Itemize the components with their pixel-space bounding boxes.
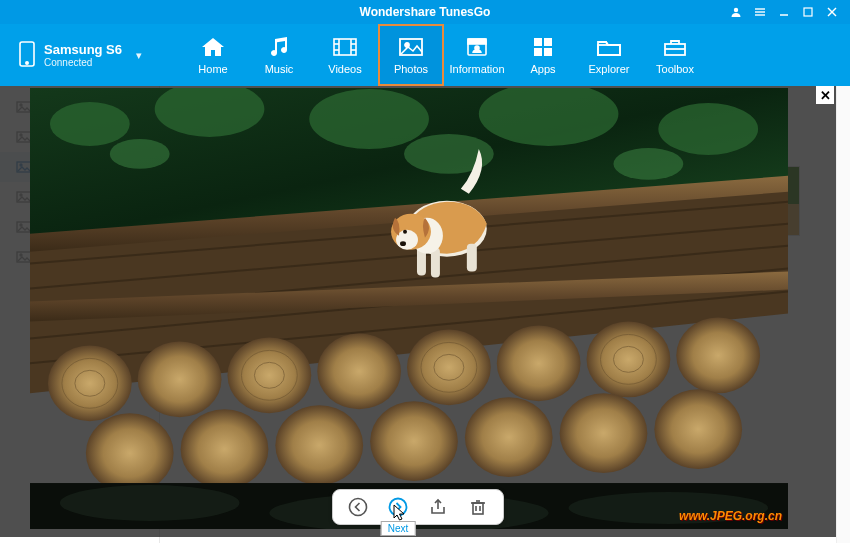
nav-home[interactable]: Home <box>180 24 246 86</box>
svg-rect-25 <box>544 48 552 56</box>
window-controls <box>730 6 850 18</box>
tooltip: Next <box>381 521 416 536</box>
user-icon[interactable] <box>730 6 742 18</box>
svg-point-93 <box>403 230 407 234</box>
svg-rect-97 <box>473 503 483 514</box>
nav-items: Home Music Videos Photos Information App… <box>180 24 708 86</box>
svg-point-71 <box>465 397 553 477</box>
device-status: Connected <box>44 57 122 68</box>
svg-point-94 <box>400 241 406 246</box>
svg-point-9 <box>26 62 28 64</box>
toolbox-icon <box>661 35 689 59</box>
svg-point-59 <box>48 345 132 421</box>
nav-label: Home <box>198 63 227 75</box>
nav-label: Photos <box>394 63 428 75</box>
minimize-button[interactable] <box>778 6 790 18</box>
top-nav: Samsung S6 Connected ▾ Home Music Videos… <box>0 24 850 86</box>
svg-point-67 <box>86 413 174 493</box>
svg-rect-87 <box>467 244 477 272</box>
svg-rect-23 <box>544 38 552 46</box>
svg-point-66 <box>676 317 760 393</box>
svg-point-72 <box>560 393 648 473</box>
svg-point-0 <box>734 8 738 12</box>
svg-point-63 <box>407 329 491 405</box>
svg-rect-24 <box>534 48 542 56</box>
nav-label: Videos <box>328 63 361 75</box>
svg-point-47 <box>658 103 758 155</box>
svg-point-64 <box>497 325 581 401</box>
svg-rect-20 <box>468 39 486 44</box>
svg-point-45 <box>309 89 429 149</box>
nav-information[interactable]: Information <box>444 24 510 86</box>
svg-point-73 <box>654 389 742 469</box>
svg-point-69 <box>275 405 363 485</box>
photos-icon <box>397 35 425 59</box>
app-title: Wondershare TunesGo <box>360 5 491 19</box>
image-watermark: www.JPEG.org.cn <box>679 509 782 523</box>
viewer-toolbar: Next <box>332 489 504 525</box>
svg-point-95 <box>350 499 367 516</box>
maximize-button[interactable] <box>802 6 814 18</box>
music-icon <box>265 35 293 59</box>
nav-label: Music <box>265 63 294 75</box>
svg-point-60 <box>138 341 222 417</box>
next-button[interactable]: Next <box>387 496 409 518</box>
nav-music[interactable]: Music <box>246 24 312 86</box>
svg-point-48 <box>110 139 170 169</box>
close-button[interactable] <box>826 6 838 18</box>
viewer-close-button[interactable]: ✕ <box>816 86 834 104</box>
svg-point-68 <box>181 409 269 489</box>
information-icon <box>463 35 491 59</box>
explorer-icon <box>595 35 623 59</box>
svg-point-43 <box>50 102 130 146</box>
svg-point-50 <box>613 148 683 180</box>
phone-icon <box>18 40 36 70</box>
share-button[interactable] <box>427 496 449 518</box>
nav-label: Information <box>449 63 504 75</box>
svg-rect-22 <box>534 38 542 46</box>
device-selector[interactable]: Samsung S6 Connected ▾ <box>10 24 160 86</box>
nav-label: Apps <box>530 63 555 75</box>
home-icon <box>199 35 227 59</box>
nav-explorer[interactable]: Explorer <box>576 24 642 86</box>
svg-rect-10 <box>334 39 356 55</box>
svg-point-70 <box>370 401 458 481</box>
scrollbar[interactable] <box>836 86 850 543</box>
nav-toolbox[interactable]: Toolbox <box>642 24 708 86</box>
nav-photos[interactable]: Photos <box>378 24 444 86</box>
svg-rect-5 <box>804 8 812 16</box>
menu-icon[interactable] <box>754 6 766 18</box>
chevron-down-icon: ▾ <box>136 49 142 62</box>
nav-label: Toolbox <box>656 63 694 75</box>
nav-label: Explorer <box>589 63 630 75</box>
delete-button[interactable] <box>467 496 489 518</box>
photo-viewer-overlay: ✕ <box>0 86 836 537</box>
svg-point-61 <box>227 337 311 413</box>
apps-icon <box>529 35 557 59</box>
titlebar: Wondershare TunesGo <box>0 0 850 24</box>
svg-point-65 <box>587 321 671 397</box>
svg-point-62 <box>317 333 401 409</box>
nav-apps[interactable]: Apps <box>510 24 576 86</box>
device-name: Samsung S6 <box>44 42 122 57</box>
svg-point-83 <box>60 485 240 521</box>
nav-videos[interactable]: Videos <box>312 24 378 86</box>
photo-display <box>30 88 788 529</box>
videos-icon <box>331 35 359 59</box>
previous-button[interactable] <box>347 496 369 518</box>
